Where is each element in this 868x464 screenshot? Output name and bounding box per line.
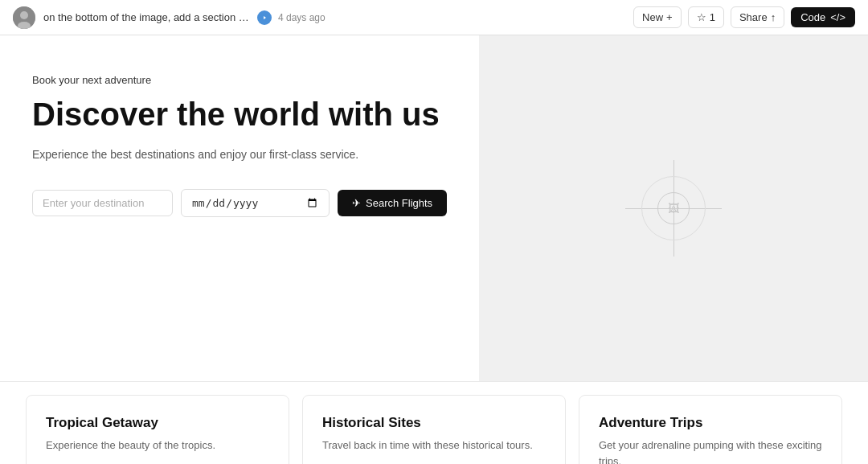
card-desc-1: Travel back in time with these historica… [322,437,546,454]
hero-section: Book your next adventure Discover the wo… [0,35,479,381]
card-title-1: Historical Sites [322,415,546,431]
plane-icon: ✈ [352,197,361,209]
card-historical: Historical Sites Travel back in time wit… [302,395,566,464]
hero-eyebrow: Book your next adventure [32,74,447,86]
code-icon: </> [830,11,845,23]
prompt-text: on the bottom of the image, add a sectio… [43,11,252,23]
star-icon: ☆ [697,11,706,23]
hero-subtitle: Experience the best destinations and enj… [32,146,447,163]
search-flights-button[interactable]: ✈ Search Flights [338,190,447,216]
hero-title: Discover the world with us [32,96,447,133]
svg-point-1 [20,11,28,19]
card-title-0: Tropical Getaway [46,415,269,431]
avatar [13,6,35,29]
image-placeholder: 🖼 [625,160,722,257]
main-content: Book your next adventure Discover the wo… [0,35,868,381]
date-input[interactable] [181,189,330,217]
plus-icon: + [666,11,673,23]
card-tropical: Tropical Getaway Experience the beauty o… [26,395,289,464]
code-button[interactable]: Code </> [791,7,855,27]
search-bar: ✈ Search Flights [32,189,447,217]
notification-badge [257,10,272,25]
card-desc-0: Experience the beauty of the tropics. [46,437,269,454]
time-ago: 4 days ago [278,12,326,23]
crosshair-inner-circle: 🖼 [657,192,690,224]
hero-image: 🖼 [479,35,868,381]
star-button[interactable]: ☆ 1 [688,6,724,28]
card-adventure: Adventure Trips Get your adrenaline pump… [579,395,842,464]
cards-section: Tropical Getaway Experience the beauty o… [0,381,868,464]
share-button[interactable]: Share ↑ [731,6,784,28]
card-title-2: Adventure Trips [599,415,822,431]
destination-input[interactable] [32,190,173,216]
share-icon: ↑ [771,11,776,23]
card-desc-2: Get your adrenaline pumping with these e… [599,437,822,464]
new-button[interactable]: New + [633,6,682,28]
topbar: on the bottom of the image, add a sectio… [0,0,868,35]
image-icon: 🖼 [668,202,679,215]
